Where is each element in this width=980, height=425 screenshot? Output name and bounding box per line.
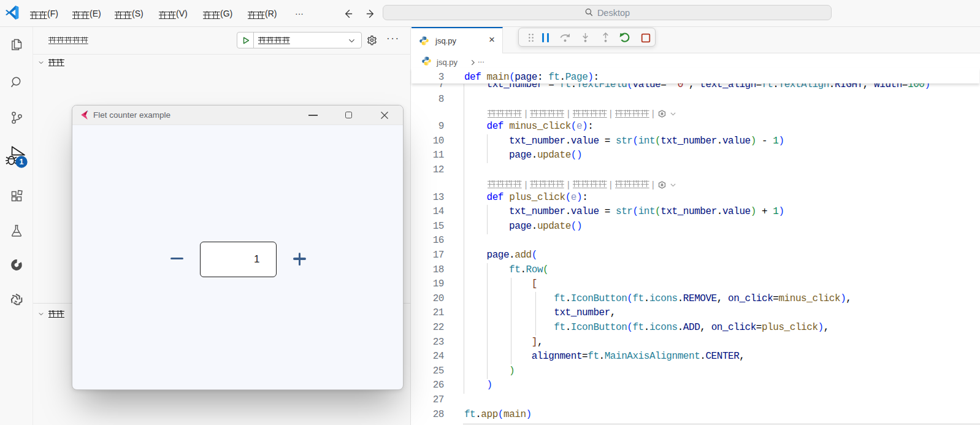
svg-text:1: 1: [20, 158, 24, 166]
